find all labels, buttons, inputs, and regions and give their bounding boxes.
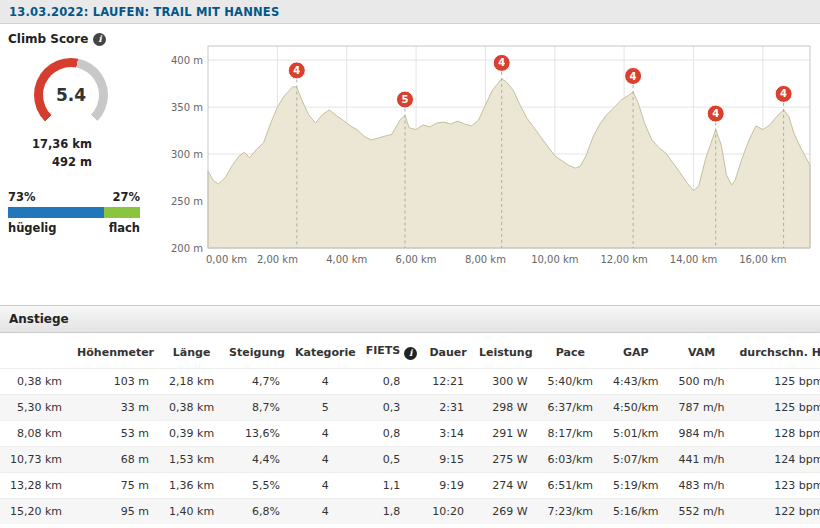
climb-category-marker-label: 4 — [780, 88, 787, 99]
climb-score-header: Climb Score — [8, 32, 168, 46]
column-header: durchschn. HF — [734, 333, 820, 369]
table-cell: 68 m — [72, 447, 159, 473]
table-cell: 1,36 km — [159, 473, 224, 499]
column-header: Länge — [159, 333, 224, 369]
elevation-area — [208, 79, 810, 248]
table-row: 10,73 km68 m1,53 km4,4%40,59:15275 W6:03… — [0, 447, 820, 473]
table-cell: 8,08 km — [0, 421, 72, 447]
table-cell: 9:19 — [422, 473, 474, 499]
column-header: Dauer — [422, 333, 474, 369]
y-axis-tick-label: 200 m — [171, 243, 203, 254]
climb-category-marker-label: 5 — [402, 94, 409, 105]
table-cell: 4:50/km — [603, 395, 669, 421]
column-header: FIETS — [361, 333, 423, 369]
table-cell: 13,6% — [224, 421, 290, 447]
x-axis-tick-label: 10,00 km — [531, 254, 578, 265]
table-cell: 5:19/km — [603, 473, 669, 499]
table-cell: 0,5 — [361, 447, 423, 473]
table-cell: 483 m/h — [669, 473, 735, 499]
table-cell: 95 m — [72, 499, 159, 525]
flat-bar-segment — [104, 207, 140, 218]
climb-score-stats: 17,36 km 492 m — [8, 136, 92, 172]
table-cell: 552 m/h — [669, 499, 735, 525]
elevation-chart[interactable]: 200 m250 m300 m350 m400 m0,00 km2,00 km4… — [168, 24, 820, 305]
table-cell: 1,40 km — [159, 499, 224, 525]
table-cell: 5,5% — [224, 473, 290, 499]
table-cell: 2,18 km — [159, 369, 224, 395]
climb-category-marker-label: 4 — [712, 108, 719, 119]
table-cell: 103 m — [72, 369, 159, 395]
table-cell: 1,1 — [361, 473, 423, 499]
climb-category-marker-label: 4 — [498, 57, 505, 68]
table-cell: 269 W — [474, 499, 538, 525]
table-row: 5,30 km33 m0,38 km8,7%50,32:31298 W6:37/… — [0, 395, 820, 421]
column-header: Pace — [538, 333, 604, 369]
table-cell: 4 — [290, 421, 361, 447]
table-cell: 441 m/h — [669, 447, 735, 473]
hilly-bar-segment — [8, 207, 104, 218]
column-header: Kategorie — [290, 333, 361, 369]
table-cell: 4 — [290, 369, 361, 395]
table-cell: 4 — [290, 499, 361, 525]
info-icon[interactable] — [404, 347, 417, 360]
table-cell: 8,7% — [224, 395, 290, 421]
table-cell: 125 bpm — [734, 369, 820, 395]
y-axis-tick-label: 350 m — [171, 102, 203, 113]
table-cell: 291 W — [474, 421, 538, 447]
flat-percent: 27% — [112, 190, 140, 204]
x-axis-tick-label: 12,00 km — [600, 254, 647, 265]
table-cell: 128 bpm — [734, 421, 820, 447]
elevation-chart-svg: 200 m250 m300 m350 m400 m0,00 km2,00 km4… — [168, 34, 818, 274]
climb-score-box: Climb Score 5.4 17,36 km 492 m 73% 27% — [0, 24, 168, 305]
table-cell: 5:01/km — [603, 421, 669, 447]
climb-score-panel: Climb Score 5.4 17,36 km 492 m 73% 27% — [0, 24, 820, 305]
x-axis-tick-label: 14,00 km — [670, 254, 717, 265]
table-cell: 0,38 km — [159, 395, 224, 421]
table-row: 15,20 km95 m1,40 km6,8%41,810:20269 W7:2… — [0, 499, 820, 525]
table-cell: 0,8 — [361, 421, 423, 447]
table-cell: 4,7% — [224, 369, 290, 395]
info-icon[interactable] — [93, 33, 106, 46]
column-header: Höhenmeter — [72, 333, 159, 369]
x-axis-tick-label: 0,00 km — [206, 254, 247, 265]
table-cell: 33 m — [72, 395, 159, 421]
x-axis-tick-label: 4,00 km — [326, 254, 367, 265]
table-cell: 0,39 km — [159, 421, 224, 447]
table-cell: 300 W — [474, 369, 538, 395]
terrain-distribution: 73% 27% hügelig flach — [8, 190, 140, 235]
column-header: VAM — [669, 333, 735, 369]
y-axis-tick-label: 400 m — [171, 55, 203, 66]
table-cell: 0,3 — [361, 395, 423, 421]
table-cell: 1,8 — [361, 499, 423, 525]
table-cell: 1,53 km — [159, 447, 224, 473]
x-axis-tick-label: 2,00 km — [257, 254, 298, 265]
y-axis-tick-label: 250 m — [171, 196, 203, 207]
climbs-table: HöhenmeterLängeSteigungKategorieFIETSDau… — [0, 333, 820, 524]
table-cell: 3:14 — [422, 421, 474, 447]
table-cell: 10:20 — [422, 499, 474, 525]
table-cell: 274 W — [474, 473, 538, 499]
total-elevation: 492 m — [8, 154, 92, 172]
table-cell: 4,4% — [224, 447, 290, 473]
column-header — [0, 333, 72, 369]
table-cell: 5:16/km — [603, 499, 669, 525]
climb-category-marker-label: 4 — [630, 71, 637, 82]
table-cell: 0,8 — [361, 369, 423, 395]
climb-score-gauge: 5.4 — [34, 58, 108, 132]
table-cell: 5:40/km — [538, 369, 604, 395]
table-cell: 5,30 km — [0, 395, 72, 421]
climb-category-marker-label: 4 — [293, 65, 300, 76]
climb-score-label: Climb Score — [8, 32, 88, 46]
table-header-row: HöhenmeterLängeSteigungKategorieFIETSDau… — [0, 333, 820, 369]
table-cell: 4 — [290, 473, 361, 499]
climb-score-value: 5.4 — [34, 58, 108, 132]
activity-page: 13.03.2022: LAUFEN: TRAIL MIT HANNES Cli… — [0, 0, 820, 528]
activity-title: 13.03.2022: LAUFEN: TRAIL MIT HANNES — [0, 0, 820, 24]
table-cell: 9:15 — [422, 447, 474, 473]
table-cell: 6,8% — [224, 499, 290, 525]
table-cell: 10,73 km — [0, 447, 72, 473]
table-cell: 4:43/km — [603, 369, 669, 395]
hilly-percent: 73% — [8, 190, 36, 204]
table-cell: 6:51/km — [538, 473, 604, 499]
table-cell: 500 m/h — [669, 369, 735, 395]
